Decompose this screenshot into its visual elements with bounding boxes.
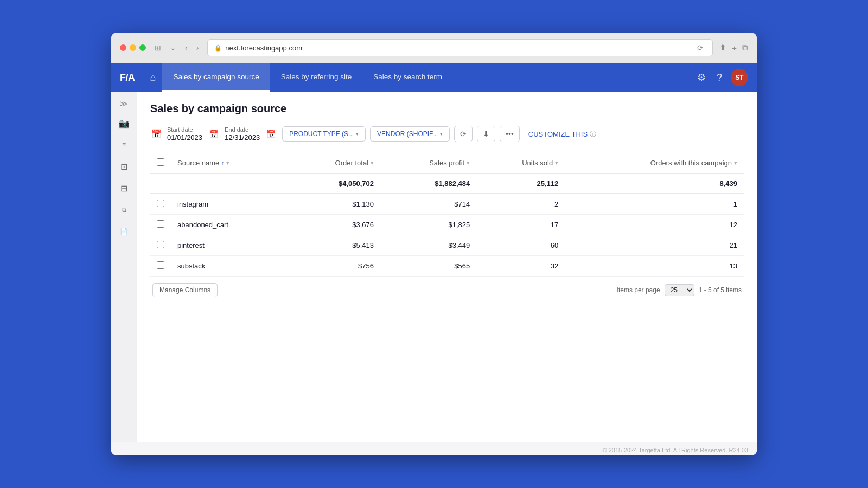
row-orders-0: 1 — [565, 194, 744, 215]
row-checkbox-0[interactable] — [157, 200, 164, 207]
row-units-sold-1: 17 — [476, 215, 565, 235]
home-button[interactable]: ⌂ — [144, 68, 163, 88]
row-checkbox-3[interactable] — [157, 261, 164, 269]
th-order-total[interactable]: Order total ▾ — [288, 153, 380, 174]
sales-profit-filter-icon: ▾ — [467, 159, 470, 166]
sidebar-toggle-icon[interactable]: ⊞ — [152, 42, 163, 53]
refresh-data-button[interactable]: ⟳ — [454, 126, 473, 142]
end-date-picker-button[interactable]: 📅 — [264, 127, 278, 140]
row-units-sold-0: 2 — [476, 194, 565, 215]
row-checkbox-cell-3[interactable] — [150, 256, 171, 277]
pagination-info: Items per page 25 50 100 1 - 5 of 5 item… — [617, 284, 742, 296]
app-logo: F/A — [120, 72, 135, 84]
total-order-total: $4,050,702 — [288, 174, 380, 194]
minimize-button[interactable] — [130, 44, 136, 51]
page-title: Sales by campaign source — [150, 102, 744, 115]
row-source-name-1: abandoned_cart — [171, 215, 288, 235]
row-source-name-3: substack — [171, 256, 288, 277]
th-units-sold-label: Units sold — [522, 159, 553, 167]
maximize-button[interactable] — [139, 44, 146, 51]
nav-tabs: Sales by campaign source Sales by referr… — [162, 63, 695, 92]
share-button[interactable]: ⬆ — [719, 43, 726, 53]
url-text: next.forecastingapp.com — [225, 44, 302, 52]
start-date-group: Start date 01/01/2023 — [167, 126, 202, 142]
sidebar-collapse-button[interactable]: ≫ — [111, 96, 137, 111]
orders-filter-icon: ▾ — [734, 159, 737, 166]
download-button[interactable]: ⬇ — [477, 126, 495, 142]
product-type-filter-button[interactable]: PRODUCT TYPE (S... ▾ — [282, 126, 366, 142]
total-units-sold: 25,112 — [476, 174, 565, 194]
sidebar-icon-4[interactable]: ⊟ — [114, 178, 134, 198]
manage-columns-button[interactable]: Manage Columns — [152, 283, 218, 297]
more-options-button[interactable]: ••• — [500, 126, 520, 142]
tab-campaign-source[interactable]: Sales by campaign source — [162, 63, 270, 92]
new-tab-button[interactable]: + — [732, 43, 737, 53]
row-checkbox-cell-0[interactable] — [150, 194, 171, 215]
help-icon[interactable]: ? — [714, 70, 724, 86]
row-sales-profit-2: $3,449 — [380, 235, 476, 256]
end-date-group: End date 12/31/2023 — [225, 126, 260, 142]
start-date-value: 01/01/2023 — [167, 133, 202, 142]
filter-bar: 📅 Start date 01/01/2023 📅 End date 12/31… — [150, 126, 744, 142]
refresh-button[interactable]: ⟳ — [695, 42, 706, 53]
settings-icon[interactable]: ⚙ — [695, 69, 708, 86]
product-type-chevron-icon: ▾ — [356, 131, 359, 137]
browser-window: ⊞ ⌄ ‹ › 🔒 next.forecastingapp.com ⟳ ⬆ + … — [111, 33, 757, 455]
total-orders: 8,439 — [565, 174, 744, 194]
avatar[interactable]: ST — [731, 69, 748, 86]
row-checkbox-1[interactable] — [157, 220, 164, 228]
pagination-text: 1 - 5 of 5 items — [699, 286, 742, 294]
th-source-name-label: Source name — [177, 159, 219, 167]
tab-referring-site[interactable]: Sales by referring site — [270, 63, 363, 92]
table-footer: Manage Columns Items per page 25 50 100 … — [150, 283, 744, 297]
th-sales-profit[interactable]: Sales profit ▾ — [380, 153, 476, 174]
row-checkbox-cell-1[interactable] — [150, 215, 171, 235]
items-per-page-select[interactable]: 25 50 100 — [665, 284, 694, 296]
row-checkbox-cell-2[interactable] — [150, 235, 171, 256]
th-orders[interactable]: Orders with this campaign ▾ — [565, 153, 744, 174]
end-date-value: 12/31/2023 — [225, 133, 260, 142]
browser-controls: ⊞ ⌄ ‹ › — [152, 42, 201, 53]
sidebar-icon-6[interactable]: 📄 — [114, 222, 134, 241]
app-container: F/A ⌂ Sales by campaign source Sales by … — [111, 63, 757, 455]
calendar-icon[interactable]: 📅 — [150, 128, 163, 140]
table-row: substack $756 $565 32 13 — [150, 256, 744, 277]
forward-button[interactable]: › — [194, 42, 201, 53]
table-row: instagram $1,130 $714 2 1 — [150, 194, 744, 215]
row-orders-2: 21 — [565, 235, 744, 256]
sort-asc-icon: ↑ — [221, 160, 224, 166]
traffic-lights — [120, 44, 146, 51]
sidebar-icon-5[interactable]: ⧉ — [114, 200, 134, 220]
browser-titlebar: ⊞ ⌄ ‹ › 🔒 next.forecastingapp.com ⟳ ⬆ + … — [111, 33, 757, 63]
select-all-header[interactable] — [150, 153, 171, 174]
row-orders-1: 12 — [565, 215, 744, 235]
data-table: Source name ↑ ▾ Order total ▾ — [150, 153, 744, 277]
customize-button[interactable]: CUSTOMIZE THIS ⓘ — [528, 130, 596, 139]
row-sales-profit-1: $1,825 — [380, 215, 476, 235]
row-source-name-0: instagram — [171, 194, 288, 215]
th-units-sold[interactable]: Units sold ▾ — [476, 153, 565, 174]
sidebar-icon-3[interactable]: ⊡ — [114, 157, 134, 176]
items-per-page-label: Items per page — [617, 286, 660, 294]
row-units-sold-3: 32 — [476, 256, 565, 277]
main-layout: ≫ 📷 ≡ ⊡ ⊟ ⧉ 📄 Sales by campaign source 📅… — [111, 92, 757, 442]
row-order-total-0: $1,130 — [288, 194, 380, 215]
vendor-filter-button[interactable]: VENDOR (SHOPIF... ▾ — [370, 126, 450, 142]
select-all-checkbox[interactable] — [157, 158, 164, 166]
sidebar-icon-2[interactable]: ≡ — [114, 135, 134, 155]
th-source-name[interactable]: Source name ↑ ▾ — [171, 153, 288, 174]
row-sales-profit-0: $714 — [380, 194, 476, 215]
back-button[interactable]: ‹ — [183, 42, 190, 53]
start-date-picker-button[interactable]: 📅 — [207, 127, 220, 140]
table-total-row: $4,050,702 $1,882,484 25,112 8,439 — [150, 174, 744, 194]
total-sales-profit: $1,882,484 — [380, 174, 476, 194]
sidebar-icon-1[interactable]: 📷 — [114, 113, 134, 133]
tab-search-term[interactable]: Sales by search term — [362, 63, 453, 92]
end-date-label: End date — [225, 126, 260, 133]
close-button[interactable] — [120, 44, 126, 51]
row-checkbox-2[interactable] — [157, 241, 164, 248]
th-orders-label: Orders with this campaign — [650, 159, 732, 167]
sidebar-chevron-icon[interactable]: ⌄ — [168, 42, 178, 53]
address-bar[interactable]: 🔒 next.forecastingapp.com ⟳ — [207, 39, 713, 56]
tabs-button[interactable]: ⧉ — [742, 43, 748, 53]
